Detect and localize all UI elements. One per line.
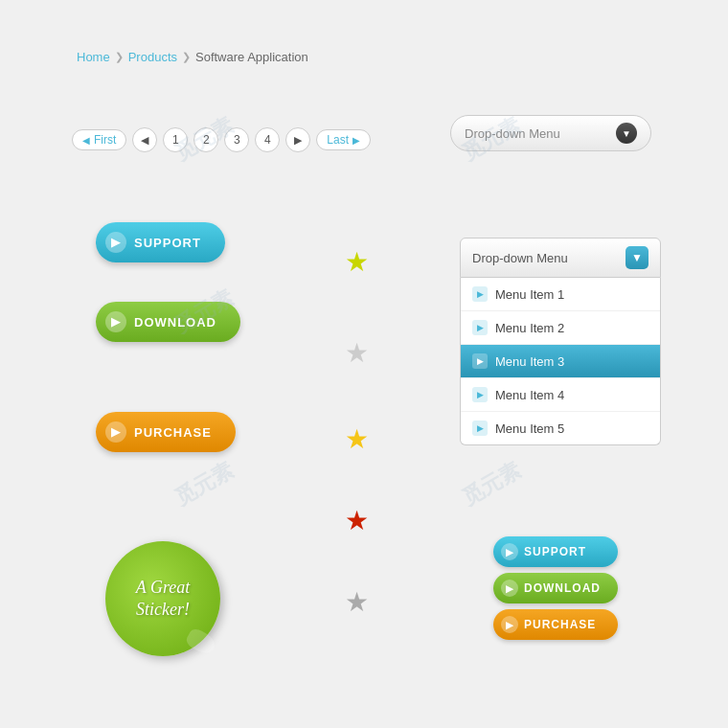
star-4: ★ (345, 508, 369, 535)
dropdown-menu-arrow[interactable]: ▼ (626, 246, 648, 269)
pagination: ◀ First ◀ 1 2 3 4 ▶ Last ▶ (72, 127, 371, 152)
download-button[interactable]: ▶ DOWNLOAD (96, 302, 240, 342)
pagination-first[interactable]: ◀ First (72, 129, 126, 150)
dropdown-top-arrow[interactable]: ▼ (616, 123, 637, 144)
purchase-sm-icon: ▶ (501, 616, 518, 633)
support-button-small[interactable]: ▶ SUPPORT (493, 536, 618, 567)
breadcrumb-home[interactable]: Home (77, 50, 110, 64)
support-sm-label: SUPPORT (524, 545, 586, 558)
menu-item-1-label: Menu Item 1 (495, 287, 564, 302)
support-sm-icon: ▶ (501, 543, 518, 560)
download-button-small[interactable]: ▶ DOWNLOAD (493, 573, 618, 603)
page-3[interactable]: 3 (224, 127, 249, 152)
menu-item-5-label: Menu Item 5 (495, 421, 564, 436)
breadcrumb: Home ❯ Products ❯ Software Application (77, 50, 308, 64)
purchase-label: PURCHASE (134, 425, 212, 440)
last-label: Last (327, 133, 349, 147)
download-sm-icon: ▶ (501, 580, 518, 597)
menu-item-5-arrow: ▶ (472, 421, 488, 436)
pagination-last[interactable]: Last ▶ (316, 129, 371, 150)
next-icon: ▶ (294, 134, 302, 147)
star-2: ★ (345, 340, 369, 367)
menu-item-5[interactable]: ▶ Menu Item 5 (461, 412, 660, 444)
dropdown-menu: Drop-down Menu ▼ ▶ Menu Item 1 ▶ Menu It… (460, 238, 661, 445)
breadcrumb-sep-1: ❯ (115, 51, 124, 63)
support-icon: ▶ (105, 232, 126, 253)
download-label: DOWNLOAD (134, 315, 216, 330)
dropdown-menu-label: Drop-down Menu (472, 251, 568, 265)
download-sm-label: DOWNLOAD (524, 581, 601, 595)
prev-icon: ◀ (141, 134, 148, 147)
menu-item-2-label: Menu Item 2 (495, 321, 564, 335)
purchase-icon: ▶ (105, 421, 126, 443)
support-label: SUPPORT (134, 236, 201, 250)
star-5: ★ (345, 589, 369, 616)
page-2[interactable]: 2 (193, 127, 218, 152)
menu-item-4-arrow: ▶ (472, 387, 488, 402)
dropdown-top-field[interactable]: Drop-down Menu ▼ (450, 115, 651, 151)
page-1[interactable]: 1 (163, 127, 188, 152)
sticker[interactable]: A Great Sticker! (105, 541, 220, 656)
dropdown-menu-field[interactable]: Drop-down Menu ▼ (460, 238, 661, 278)
purchase-sm-label: PURCHASE (524, 618, 596, 631)
breadcrumb-current: Software Application (195, 50, 308, 64)
breadcrumb-products[interactable]: Products (128, 50, 177, 64)
last-arrow-icon: ▶ (353, 135, 360, 146)
purchase-button-small[interactable]: ▶ PURCHASE (493, 609, 618, 640)
first-arrow-icon: ◀ (82, 135, 90, 146)
download-icon: ▶ (105, 311, 126, 332)
watermark-3: 觅元素 (170, 456, 239, 512)
dropdown-menu-list: ▶ Menu Item 1 ▶ Menu Item 2 ▶ Menu Item … (460, 278, 661, 445)
support-button[interactable]: ▶ SUPPORT (96, 222, 225, 262)
menu-item-2-arrow: ▶ (472, 320, 488, 335)
star-3: ★ (345, 426, 369, 453)
first-label: First (94, 133, 116, 147)
menu-item-4-label: Menu Item 4 (495, 388, 564, 402)
purchase-button[interactable]: ▶ PURCHASE (96, 412, 236, 452)
sticker-line1: A Great (136, 578, 191, 597)
page-4[interactable]: 4 (255, 127, 280, 152)
sticker-line2: Sticker! (136, 600, 190, 619)
menu-item-4[interactable]: ▶ Menu Item 4 (461, 378, 660, 412)
pagination-next[interactable]: ▶ (285, 127, 310, 152)
breadcrumb-sep-2: ❯ (182, 51, 191, 63)
dropdown-top[interactable]: Drop-down Menu ▼ (450, 115, 651, 151)
watermark-5: 觅元素 (457, 456, 526, 512)
menu-item-3-arrow: ▶ (472, 353, 488, 369)
sticker-text: A Great Sticker! (136, 577, 191, 622)
menu-item-3[interactable]: ▶ Menu Item 3 (461, 345, 660, 378)
menu-item-3-label: Menu Item 3 (495, 354, 564, 369)
menu-item-1-arrow: ▶ (472, 286, 488, 302)
dropdown-top-label: Drop-down Menu (465, 126, 560, 141)
star-1: ★ (345, 249, 369, 276)
menu-item-2[interactable]: ▶ Menu Item 2 (461, 311, 660, 345)
pagination-prev[interactable]: ◀ (132, 127, 157, 152)
menu-item-1[interactable]: ▶ Menu Item 1 (461, 278, 660, 311)
